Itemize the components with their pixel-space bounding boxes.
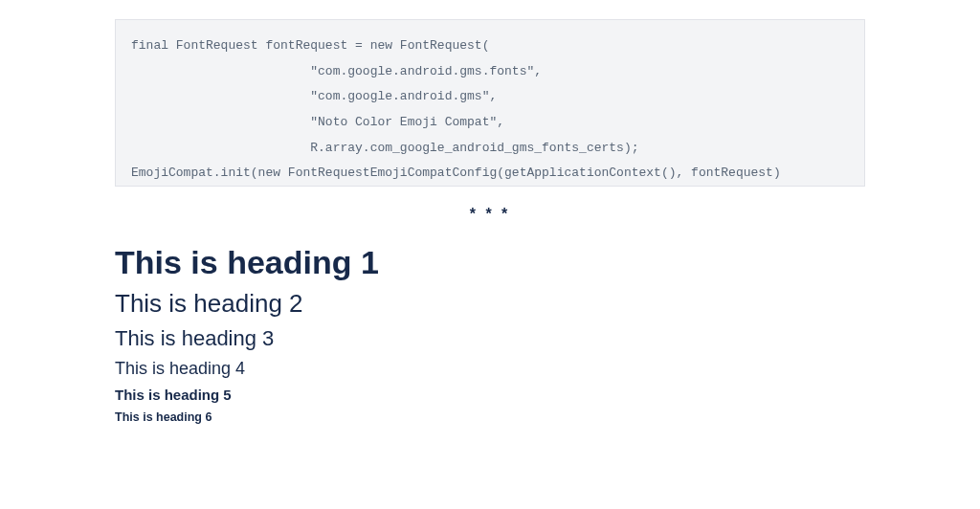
code-line: R.array.com_google_android_gms_fonts_cer…: [131, 141, 639, 155]
code-block[interactable]: final FontRequest fontRequest = new Font…: [115, 19, 865, 187]
heading-5: This is heading 5: [115, 387, 865, 403]
heading-2: This is heading 2: [115, 289, 865, 319]
headings-section: This is heading 1 This is heading 2 This…: [115, 244, 865, 424]
heading-6: This is heading 6: [115, 410, 865, 424]
code-line: final FontRequest fontRequest = new Font…: [131, 38, 489, 53]
code-line: "Noto Color Emoji Compat",: [131, 115, 504, 129]
code-line: EmojiCompat.init(new FontRequestEmojiCom…: [131, 166, 781, 180]
section-divider: * * *: [115, 206, 865, 223]
heading-1: This is heading 1: [115, 244, 865, 281]
heading-4: This is heading 4: [115, 359, 865, 379]
heading-3: This is heading 3: [115, 326, 865, 351]
code-line: "com.google.android.gms",: [131, 89, 497, 103]
code-line: "com.google.android.gms.fonts",: [131, 64, 542, 78]
